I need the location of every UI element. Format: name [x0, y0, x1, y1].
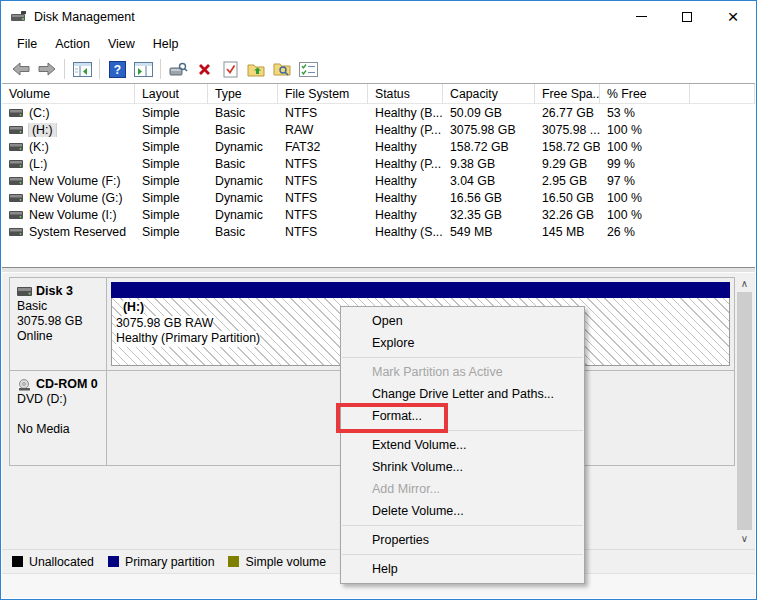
- show-action-pane-icon[interactable]: [131, 57, 155, 81]
- column-header-pct-free[interactable]: % Free: [600, 84, 690, 104]
- volume-icon: [9, 143, 23, 151]
- menu-item-help[interactable]: Help: [341, 558, 584, 580]
- scrollbar-thumb[interactable]: [737, 292, 752, 530]
- vertical-scrollbar[interactable]: ∧ ∨: [737, 275, 752, 547]
- cell-status: Healthy (S...: [368, 225, 443, 239]
- back-icon[interactable]: [9, 57, 33, 81]
- table-row[interactable]: New Volume (G:) Simple Dynamic NTFS Heal…: [2, 189, 755, 206]
- cell-status: Healthy (P...: [368, 123, 443, 137]
- column-header-volume[interactable]: Volume: [2, 84, 135, 104]
- menu-item-open[interactable]: Open: [341, 310, 584, 332]
- column-header-free-space[interactable]: Free Spa...: [535, 84, 600, 104]
- cell-free-space: 3075.98 ...: [535, 123, 600, 137]
- toolbar-separator: [99, 59, 100, 79]
- cell-file-system: NTFS: [278, 225, 368, 239]
- disk-3-info[interactable]: Disk 3 Basic 3075.98 GB Online: [9, 277, 107, 371]
- folder-up-icon[interactable]: [244, 57, 268, 81]
- cell-status: Healthy (P...: [368, 157, 443, 171]
- context-menu: Open Explore Mark Partition as Active Ch…: [340, 306, 585, 584]
- cell-status: Healthy: [368, 174, 443, 188]
- partition-size: 3075.98 GB RAW: [116, 316, 213, 332]
- menu-bar: File Action View Help: [2, 32, 755, 55]
- volume-icon: [9, 228, 23, 236]
- volume-name: (K:): [29, 140, 49, 154]
- disk-name: CD-ROM 0: [36, 377, 98, 392]
- menu-separator: [342, 357, 583, 358]
- properties-check-icon[interactable]: [218, 57, 242, 81]
- volume-name: (C:): [29, 106, 50, 120]
- cell-type: Dynamic: [208, 208, 278, 222]
- help-icon[interactable]: ?: [105, 57, 129, 81]
- legend-label: Unallocated: [29, 555, 94, 569]
- table-row[interactable]: (L:) Simple Basic NTFS Healthy (P... 9.3…: [2, 155, 755, 172]
- forward-icon[interactable]: [35, 57, 59, 81]
- menu-separator: [342, 554, 583, 555]
- rescan-disks-icon[interactable]: [166, 57, 190, 81]
- cell-layout: Simple: [135, 174, 208, 188]
- cell-capacity: 9.38 GB: [443, 157, 535, 171]
- table-row[interactable]: New Volume (I:) Simple Dynamic NTFS Heal…: [2, 206, 755, 223]
- menu-view[interactable]: View: [99, 35, 144, 53]
- table-row[interactable]: System Reserved Simple Basic NTFS Health…: [2, 223, 755, 240]
- menu-action[interactable]: Action: [46, 35, 99, 53]
- cell-file-system: NTFS: [278, 191, 368, 205]
- svg-text:?: ?: [113, 63, 120, 77]
- show-console-tree-icon[interactable]: [70, 57, 94, 81]
- cell-pct-free: 100 %: [600, 208, 690, 222]
- volume-name: New Volume (F:): [29, 174, 121, 188]
- menu-item-mark-partition-active: Mark Partition as Active: [341, 361, 584, 383]
- menu-item-shrink-volume[interactable]: Shrink Volume...: [341, 456, 584, 478]
- cell-pct-free: 97 %: [600, 174, 690, 188]
- legend-label: Primary partition: [125, 555, 215, 569]
- delete-icon[interactable]: [192, 57, 216, 81]
- column-header-file-system[interactable]: File System: [278, 84, 368, 104]
- volume-icon: [9, 126, 23, 134]
- table-row-selected[interactable]: (H:) Simple Basic RAW Healthy (P... 3075…: [2, 121, 755, 138]
- menu-item-extend-volume[interactable]: Extend Volume...: [341, 434, 584, 456]
- cell-status: Healthy: [368, 208, 443, 222]
- close-button[interactable]: ×: [710, 1, 756, 32]
- cell-pct-free: 100 %: [600, 191, 690, 205]
- cell-layout: Simple: [135, 208, 208, 222]
- cell-pct-free: 99 %: [600, 157, 690, 171]
- menu-file[interactable]: File: [8, 35, 46, 53]
- column-header-status[interactable]: Status: [368, 84, 443, 104]
- toolbar: ?: [2, 55, 755, 84]
- app-icon: [10, 10, 27, 23]
- menu-help[interactable]: Help: [144, 35, 188, 53]
- maximize-button[interactable]: [664, 1, 710, 32]
- volume-icon: [9, 109, 23, 117]
- menu-item-delete-volume[interactable]: Delete Volume...: [341, 500, 584, 522]
- folder-search-icon[interactable]: [270, 57, 294, 81]
- cdrom-0-info[interactable]: CD-ROM 0 DVD (D:) No Media: [9, 370, 107, 466]
- scroll-up-icon[interactable]: ∧: [737, 275, 752, 292]
- menu-item-change-drive-letter[interactable]: Change Drive Letter and Paths...: [341, 383, 584, 405]
- maximize-icon: [682, 12, 692, 22]
- cell-capacity: 3075.98 GB: [443, 123, 535, 137]
- cell-file-system: FAT32: [278, 140, 368, 154]
- partition-color-strip: [111, 282, 730, 298]
- partition-status: Healthy (Primary Partition): [116, 331, 260, 347]
- legend-simple-volume: Simple volume: [228, 555, 326, 569]
- cell-free-space: 158.72 GB: [535, 140, 600, 154]
- menu-item-explore[interactable]: Explore: [341, 332, 584, 354]
- minimize-button[interactable]: [618, 1, 664, 32]
- checklist-icon[interactable]: [296, 57, 320, 81]
- table-row[interactable]: New Volume (F:) Simple Dynamic NTFS Heal…: [2, 172, 755, 189]
- scroll-down-icon[interactable]: ∨: [737, 530, 752, 547]
- column-header-layout[interactable]: Layout: [135, 84, 208, 104]
- cell-capacity: 3.04 GB: [443, 174, 535, 188]
- table-row[interactable]: (K:) Simple Dynamic FAT32 Healthy 158.72…: [2, 138, 755, 155]
- column-header-capacity[interactable]: Capacity: [443, 84, 535, 104]
- table-row[interactable]: (C:) Simple Basic NTFS Healthy (B... 50.…: [2, 104, 755, 121]
- volume-name: New Volume (G:): [29, 191, 123, 205]
- menu-item-properties[interactable]: Properties: [341, 529, 584, 551]
- cell-capacity: 158.72 GB: [443, 140, 535, 154]
- cell-status: Healthy (B...: [368, 106, 443, 120]
- cell-free-space: 26.77 GB: [535, 106, 600, 120]
- toolbar-separator: [160, 59, 161, 79]
- column-header-type[interactable]: Type: [208, 84, 278, 104]
- cell-status: Healthy: [368, 191, 443, 205]
- menu-item-add-mirror: Add Mirror...: [341, 478, 584, 500]
- primary-partition-swatch: [108, 556, 119, 567]
